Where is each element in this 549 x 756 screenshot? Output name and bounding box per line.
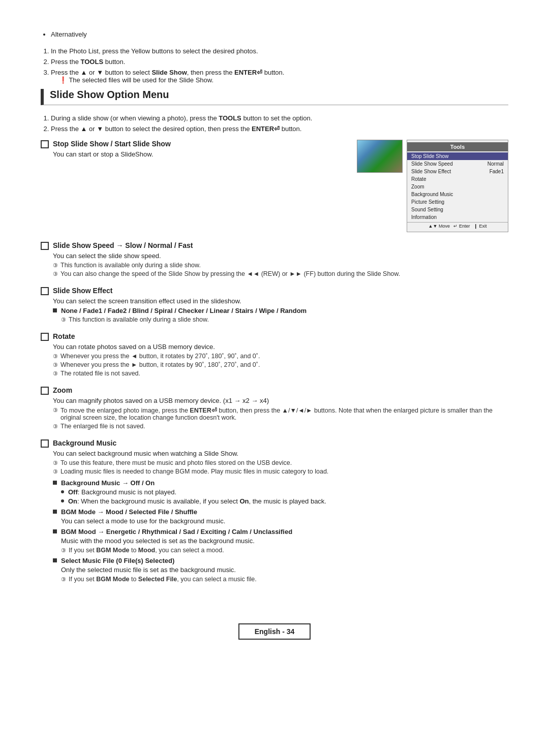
bgm-mode-text: You can select a mode to use for the bac… (61, 517, 508, 525)
bgm-mode-title: BGM Mode → Mood / Selected File / Shuffl… (61, 508, 197, 516)
section-title: Slide Show Option Menu (41, 89, 508, 105)
tools-item-effect: Slide Show EffectFade1 (407, 168, 508, 175)
bgm-off-text: Off: Background music is not played. (68, 488, 176, 496)
topic-slide-show-effect: Slide Show Effect You can select the scr… (41, 287, 508, 323)
note-icon-rotate-1: ③ (53, 353, 58, 360)
tools-panel-footer: ▲▼ Move ↵ Enter ❙ Exit (429, 224, 487, 229)
intro-numbered-list: In the Photo List, press the Yellow butt… (41, 47, 508, 84)
topic-header-speed: Slide Show Speed → Slow / Normal / Fast (41, 241, 508, 250)
intro-step-2: Press the TOOLS button. (51, 58, 508, 66)
note-effect-1: ③ This function is available only during… (61, 316, 508, 323)
topic-text-bgm: You can select background music when wat… (53, 450, 508, 457)
topic-text-speed: You can select the slide show speed. (53, 252, 508, 260)
section-intro-list: During a slide show (or when viewing a p… (41, 114, 508, 133)
checkbox-icon-effect (41, 287, 49, 295)
topic-background-music: Background Music You can select backgrou… (41, 439, 508, 583)
note-rotate-1: ③ Whenever you press the ◄ button, it ro… (53, 353, 508, 360)
tools-panel-wrapper: Tools Stop Slide Show Slide Show SpeedNo… (357, 140, 508, 232)
section-intro-step-1: During a slide show (or when viewing a p… (51, 114, 508, 122)
topic-title-bgm: Background Music (53, 439, 116, 447)
topic-text-zoom: You can magnify photos saved on a USB me… (53, 397, 508, 404)
note-text-mood: If you set BGM Mode to Mood, you can sel… (69, 547, 224, 554)
topic-text-effect: You can select the screen transition eff… (53, 297, 508, 305)
note-text-rotate-2: Whenever you press the ► button, it rota… (60, 361, 260, 368)
checkbox-icon-rotate (41, 333, 49, 341)
tools-item-stop-slide-show: Stop Slide Show (407, 152, 508, 160)
circle-bullet-on (61, 499, 64, 502)
note-icon-zoom-1: ③ (53, 407, 58, 414)
bgm-mode-header: BGM Mode → Mood / Selected File / Shuffl… (53, 508, 508, 516)
topic-body-effect: You can select the screen transition eff… (53, 297, 508, 323)
note-icon-bgm-1: ③ (53, 460, 58, 466)
topic-body-stop: You can start or stop a SlideShow. (53, 150, 347, 158)
photo-preview (357, 140, 403, 173)
tools-item-bgm: Background Music (407, 191, 508, 198)
note-icon-1: ③ (53, 262, 58, 269)
topic-header-zoom: Zoom (41, 386, 508, 395)
note-icon-rotate-2: ③ (53, 362, 58, 368)
topic-body-bgm: You can select background music when wat… (53, 450, 508, 583)
note-icon-rotate-3: ③ (53, 370, 58, 377)
square-bullet-mood (53, 529, 57, 533)
note-icon-bgm-2: ③ (53, 468, 58, 475)
intro-step-1: In the Photo List, press the Yellow butt… (51, 47, 508, 55)
note-speed-2: ③ You can also change the speed of the S… (53, 270, 508, 277)
note-bgm-mood: ③ If you set BGM Mode to Mood, you can s… (61, 547, 508, 554)
topic-rotate: Rotate You can rotate photos saved on a … (41, 332, 508, 377)
bgm-mood-text: Music with the mood you selected is set … (61, 537, 508, 545)
note-icon-zoom-2: ③ (53, 423, 58, 430)
intro-step-3: Press the ▲ or ▼ button to select Slide … (51, 69, 508, 84)
note-text-speed-2: You can also change the speed of the Sli… (60, 270, 400, 277)
checkbox-icon-stop (41, 140, 49, 148)
section-intro-step-2: Press the ▲ or ▼ button to select the de… (51, 125, 508, 133)
topic-header-rotate: Rotate (41, 332, 508, 341)
note-icon-select: ③ (61, 576, 66, 583)
bgm-on-text: On: When the background music is availab… (68, 497, 326, 505)
topic-body-speed: You can select the slide show speed. ③ T… (53, 252, 508, 277)
topic-stop-slide-show: Stop Slide Show / Start Slide Show You c… (41, 140, 508, 232)
checkbox-icon-zoom (41, 387, 49, 395)
topic-body-rotate: You can rotate photos saved on a USB mem… (53, 343, 508, 377)
note-text-zoom-2: The enlarged file is not saved. (60, 423, 145, 430)
note-text-zoom-1: To move the enlarged photo image, press … (60, 406, 508, 421)
note-text-select: If you set BGM Mode to Selected File, yo… (69, 576, 257, 583)
note-text-effect: This function is available only during a… (69, 316, 209, 323)
topic-title-speed: Slide Show Speed → Slow / Normal / Fast (53, 241, 193, 249)
note-icon-effect: ③ (61, 317, 66, 323)
circle-bullet-off (61, 490, 64, 493)
note-text-rotate-3: The rotated file is not saved. (60, 370, 140, 377)
note-text-speed-1: This function is available only during a… (60, 262, 201, 269)
note-icon-mood: ③ (61, 547, 66, 554)
tools-panel: Tools Stop Slide Show Slide Show SpeedNo… (407, 140, 508, 232)
intro-bullet-alternatively: Alternatively (51, 30, 508, 38)
square-bullet-select (53, 558, 57, 562)
tools-item-sound: Sound Setting (407, 206, 508, 213)
note-text-bgm-2: Loading music files is needed to change … (60, 468, 328, 475)
bgm-off-item: Off: Background music is not played. (61, 488, 508, 496)
topic-slide-show-speed: Slide Show Speed → Slow / Normal / Fast … (41, 241, 508, 277)
bgm-select-title: Select Music File (0 File(s) Selected) (61, 557, 174, 564)
bgm-mood-header: BGM Mood → Energetic / Rhythmical / Sad … (53, 528, 508, 536)
tools-item-picture: Picture Setting (407, 198, 508, 206)
effect-options: None / Fade1 / Fade2 / Blind / Spiral / … (61, 307, 307, 314)
page-footer-badge: English - 34 (238, 623, 311, 640)
effect-sub-bullet: None / Fade1 / Fade2 / Blind / Spiral / … (53, 307, 508, 314)
checkbox-icon-bgm (41, 439, 49, 448)
bgm-select-file-header: Select Music File (0 File(s) Selected) (53, 557, 508, 564)
tools-item-zoom: Zoom (407, 183, 508, 191)
topic-text-rotate: You can rotate photos saved on a USB mem… (53, 343, 508, 351)
bgm-select-text: Only the selected music file is set as t… (61, 566, 508, 574)
note-rotate-2: ③ Whenever you press the ► button, it ro… (53, 361, 508, 368)
bgm-sub-off-on-header: Background Music → Off / On (53, 479, 508, 487)
tools-item-rotate: Rotate (407, 175, 508, 183)
note-bgm-2: ③ Loading music files is needed to chang… (53, 468, 508, 475)
tools-item-speed: Slide Show SpeedNormal (407, 160, 508, 168)
topic-title-zoom: Zoom (53, 386, 72, 394)
topic-zoom: Zoom You can magnify photos saved on a U… (41, 386, 508, 430)
note-zoom-2: ③ The enlarged file is not saved. (53, 423, 508, 430)
topic-text-stop: You can start or stop a SlideShow. (53, 150, 347, 158)
bgm-off-on-title: Background Music → Off / On (61, 479, 155, 487)
bgm-on-item: On: When the background music is availab… (61, 497, 508, 505)
note-text-bgm-1: To use this feature, there must be music… (60, 459, 292, 466)
topic-header-effect: Slide Show Effect (41, 287, 508, 295)
